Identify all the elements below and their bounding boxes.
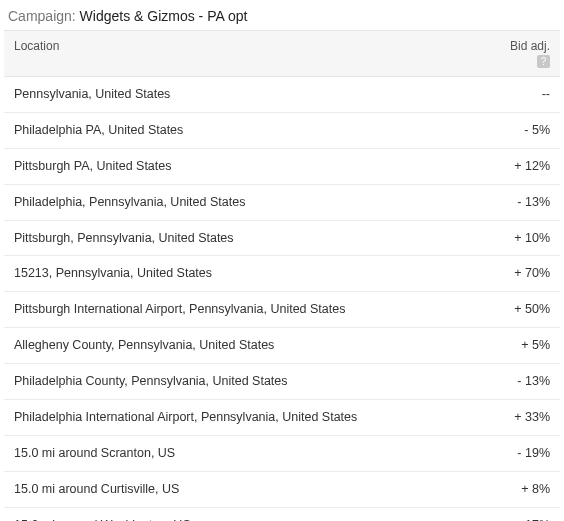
table-row[interactable]: 15.0 mi around Scranton, US- 19%	[4, 435, 560, 471]
bid-adj-cell[interactable]: + 12%	[464, 148, 560, 184]
campaign-name: Widgets & Gizmos - PA opt	[80, 8, 248, 24]
column-header-bid-adj[interactable]: Bid adj. ?	[464, 31, 560, 77]
column-header-bid-adj-label: Bid adj.	[510, 39, 550, 53]
location-cell[interactable]: Pittsburgh International Airport, Pennsy…	[4, 292, 464, 328]
bid-adj-cell[interactable]: + 10%	[464, 220, 560, 256]
location-cell[interactable]: Allegheny County, Pennsylvania, United S…	[4, 328, 464, 364]
table-row[interactable]: Philadelphia, Pennsylvania, United State…	[4, 184, 560, 220]
bid-adj-cell[interactable]: + 8%	[464, 471, 560, 507]
location-cell[interactable]: Pennsylvania, United States	[4, 77, 464, 113]
table-row[interactable]: Philadelphia PA, United States- 5%	[4, 112, 560, 148]
bid-adj-cell[interactable]: - 19%	[464, 435, 560, 471]
bid-adj-cell[interactable]: --	[464, 77, 560, 113]
campaign-header: Campaign: Widgets & Gizmos - PA opt	[4, 4, 560, 30]
bid-adj-cell[interactable]: - 13%	[464, 184, 560, 220]
location-cell[interactable]: Philadelphia PA, United States	[4, 112, 464, 148]
location-cell[interactable]: Philadelphia International Airport, Penn…	[4, 399, 464, 435]
column-header-location[interactable]: Location	[4, 31, 464, 77]
table-row[interactable]: Pittsburgh PA, United States+ 12%	[4, 148, 560, 184]
location-cell[interactable]: 15213, Pennsylvania, United States	[4, 256, 464, 292]
table-row[interactable]: Allegheny County, Pennsylvania, United S…	[4, 328, 560, 364]
table-row[interactable]: 15.0 mi around Washington, US+ 17%	[4, 507, 560, 521]
location-cell[interactable]: 15.0 mi around Scranton, US	[4, 435, 464, 471]
table-row[interactable]: Pittsburgh, Pennsylvania, United States+…	[4, 220, 560, 256]
location-cell[interactable]: Pittsburgh, Pennsylvania, United States	[4, 220, 464, 256]
location-cell[interactable]: Philadelphia County, Pennsylvania, Unite…	[4, 364, 464, 400]
location-cell[interactable]: 15.0 mi around Curtisville, US	[4, 471, 464, 507]
locations-table: Location Bid adj. ? Pennsylvania, United…	[4, 30, 560, 521]
help-icon[interactable]: ?	[537, 55, 550, 68]
location-cell[interactable]: Pittsburgh PA, United States	[4, 148, 464, 184]
location-cell[interactable]: Philadelphia, Pennsylvania, United State…	[4, 184, 464, 220]
bid-adj-cell[interactable]: + 70%	[464, 256, 560, 292]
campaign-label: Campaign:	[8, 8, 76, 24]
bid-adj-cell[interactable]: + 17%	[464, 507, 560, 521]
table-row[interactable]: 15.0 mi around Curtisville, US+ 8%	[4, 471, 560, 507]
bid-adj-cell[interactable]: + 50%	[464, 292, 560, 328]
bid-adj-cell[interactable]: - 5%	[464, 112, 560, 148]
table-row[interactable]: Philadelphia County, Pennsylvania, Unite…	[4, 364, 560, 400]
table-row[interactable]: Philadelphia International Airport, Penn…	[4, 399, 560, 435]
bid-adj-cell[interactable]: + 5%	[464, 328, 560, 364]
location-cell[interactable]: 15.0 mi around Washington, US	[4, 507, 464, 521]
bid-adj-cell[interactable]: + 33%	[464, 399, 560, 435]
table-row[interactable]: 15213, Pennsylvania, United States+ 70%	[4, 256, 560, 292]
bid-adj-cell[interactable]: - 13%	[464, 364, 560, 400]
table-row[interactable]: Pittsburgh International Airport, Pennsy…	[4, 292, 560, 328]
table-header-row: Location Bid adj. ?	[4, 31, 560, 77]
table-row[interactable]: Pennsylvania, United States--	[4, 77, 560, 113]
